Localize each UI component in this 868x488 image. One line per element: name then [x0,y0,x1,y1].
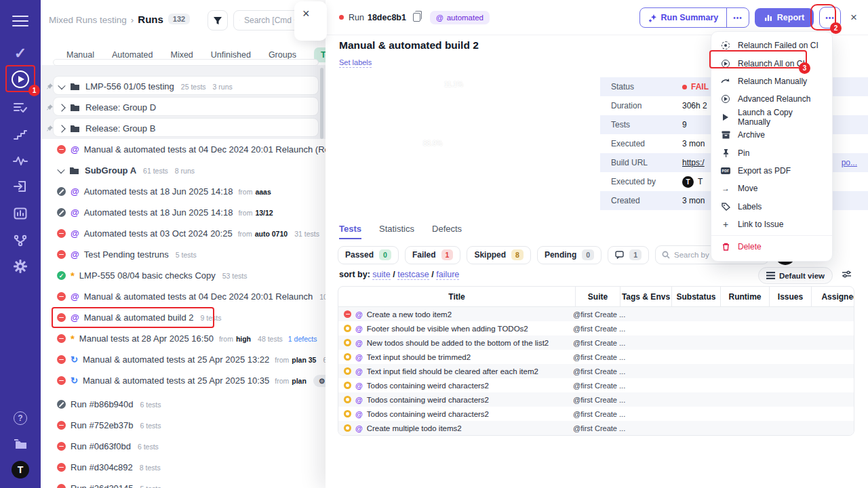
sort-testcase-link[interactable]: testcase [397,270,429,280]
group-row[interactable]: Release: Group D [41,97,326,118]
run-row[interactable]: ↻ Manual & automated tests at 25 Apr 202… [41,349,326,370]
col-runtime[interactable]: Runtime [721,287,770,306]
menu-relaunch-failed-ci[interactable]: Relaunch Failed on CI [711,37,832,54]
run-row[interactable]: @ Test Pending testruns 5 tests [41,244,326,265]
filter-button[interactable] [208,10,228,30]
test-row[interactable]: @New todos should be added to the bottom… [338,336,854,350]
tab-tests[interactable]: Tests [339,224,361,239]
chevron-down-icon[interactable] [58,81,65,89]
test-row[interactable]: @Create multiple todo items2 @first Crea… [338,421,854,435]
run-row[interactable]: ↻ Manual & automated tests at 25 Apr 202… [41,370,326,391]
test-row[interactable]: @Footer should be visible when adding TO… [338,321,854,336]
chevron-down-icon[interactable] [57,165,64,173]
menu-move[interactable]: → Move [711,180,832,197]
test-row[interactable]: @Todos containing weird characters2 @fir… [338,392,854,407]
col-substatus[interactable]: Substatus [672,287,721,306]
tab-statistics[interactable]: Statistics [379,224,414,239]
tab-manual[interactable]: Manual [66,50,94,60]
test-row[interactable]: @Text input should be trimmed2 @first Cr… [338,350,854,364]
menu-delete[interactable]: Delete [711,238,832,256]
run-title[interactable]: Run #b86b940d [71,399,134,409]
group-title[interactable]: LMP-556 01/05 testing [85,81,174,92]
run-row[interactable]: @ Automated tests at 18 Jun 2025 14:18 f… [41,202,326,223]
chip-skipped[interactable]: Skipped8 [467,246,531,264]
run-title[interactable]: Automated tests at 18 Jun 2025 14:18 [84,207,233,218]
build-url-link-tail[interactable]: po... [842,158,857,167]
run-row[interactable]: Run #d304c892 8 tests [41,457,326,478]
breadcrumb-section[interactable]: Runs [138,14,163,25]
group-title[interactable]: Release: Group B [85,123,155,134]
run-row[interactable]: @ Automated tests at 18 Jun 2025 14:18 f… [41,181,326,202]
close-icon[interactable]: × [302,7,310,21]
help-icon[interactable]: ? [0,407,41,430]
list-scrollbar[interactable] [320,68,323,139]
run-title[interactable]: Manual & automated tests at 25 Apr 2025 … [83,375,269,386]
test-row[interactable]: @Create a new todo item2 @first Create .… [338,307,854,321]
chip-pending[interactable]: Pending0 [537,246,601,264]
run-title[interactable]: Run #752eb37b [71,420,134,430]
breadcrumb-project[interactable]: Mixed Runs testing [49,15,127,25]
chip-passed[interactable]: Passed0 [338,246,399,264]
analytics-chart-icon[interactable] [0,202,41,225]
col-issues[interactable]: Issues [770,287,812,306]
menu-export-pdf[interactable]: PDF Export as PDF [711,162,832,180]
run-title[interactable]: Manual & automated tests at 04 Dec 2024 … [84,144,326,155]
report-button[interactable]: Report [755,8,814,27]
group-row[interactable]: Release: Group B [41,118,326,139]
testcases-list-icon[interactable] [0,96,41,119]
chip-failed[interactable]: Failed1 [405,246,461,264]
run-row[interactable]: @ Automated tests at 03 Oct 2024 20:25 f… [41,223,326,244]
run-title[interactable]: Manual & automated build 2 [84,312,194,323]
run-title[interactable]: Manual & automated tests at 25 Apr 2025 … [83,354,269,365]
run-title[interactable]: Manual tests at 28 Apr 2025 16:50 [79,333,214,344]
pulse-icon[interactable] [0,149,41,172]
test-row[interactable]: @Text input field should be cleared afte… [338,364,854,378]
run-summary-button[interactable]: Run Summary [640,8,727,27]
run-row[interactable]: @ Manual & automated tests at 04 Dec 202… [41,139,326,160]
steps-icon[interactable] [0,123,41,146]
group-row[interactable]: LMP-556 01/05 testing 25 tests 3 runs [41,76,326,97]
set-labels-link[interactable]: Set labels [339,58,372,68]
branch-icon[interactable] [0,229,41,252]
tab-mixed[interactable]: Mixed [170,50,193,60]
run-row[interactable]: Run #26d30145 5 tests [41,478,326,488]
tab-groups[interactable]: Groups [269,50,296,60]
projects-folder-icon[interactable] [0,432,41,455]
panel-close-card[interactable]: × [294,1,327,41]
test-row[interactable]: @Todos containing weird characters2 @fir… [338,407,854,421]
run-title[interactable]: Run #26d30145 [71,483,134,488]
run-title[interactable]: Automated tests at 18 Jun 2025 14:18 [84,186,233,197]
menu-relaunch-manually[interactable]: Relaunch Manually [711,73,832,90]
run-row[interactable]: Run #0d63f0bd 6 tests [41,436,326,457]
subgroup-row[interactable]: SubGroup A 61 tests 8 runs [41,160,326,181]
run-row-selected[interactable]: @ Manual & automated build 2 9 tests [41,307,326,328]
run-title[interactable]: Automated tests at 03 Oct 2024 20:25 [84,228,233,239]
build-url-link[interactable]: https:/ [682,158,705,167]
run-row[interactable]: Run #b86b940d 6 tests [41,394,326,415]
run-summary-more-button[interactable]: ••• [726,8,749,27]
chip-comments[interactable]: 1 [608,246,649,264]
user-avatar[interactable]: T [0,458,41,481]
col-tags-envs[interactable]: Tags & Envs [620,287,672,306]
menu-relaunch-all-ci[interactable]: Relaunch All on CI [711,54,832,72]
run-row[interactable]: @ Manual & automated tests at 04 Dec 202… [41,286,326,307]
chevron-right-icon[interactable] [58,104,65,111]
test-row[interactable]: @Todos containing weird characters2 @fir… [338,378,854,392]
copy-icon[interactable] [413,13,420,22]
run-title[interactable]: Run #0d63f0bd [71,441,131,451]
run-row[interactable]: Run #752eb37b 6 tests [41,415,326,436]
menu-pin[interactable]: Pin [711,144,832,161]
run-title[interactable]: Manual & automated tests at 04 Dec 2024 … [84,291,313,302]
default-view-button[interactable]: Default view [758,267,833,284]
col-assigned-to[interactable]: Assigned To [812,287,854,306]
close-panel-icon[interactable]: × [850,11,857,24]
chevron-right-icon[interactable] [58,125,65,132]
tab-defects[interactable]: Defects [432,224,462,239]
menu-advanced-relaunch[interactable]: Advanced Relaunch [711,90,832,108]
tab-automated[interactable]: Automated [112,50,153,60]
sort-failure-link[interactable]: failure [436,270,459,280]
group-title[interactable]: SubGroup A [85,165,136,176]
run-title[interactable]: Run #d304c892 [71,462,133,472]
menu-link-to-issue[interactable]: + Link to Issue [711,216,832,233]
tab-unfinished[interactable]: Unfinished [211,50,251,60]
